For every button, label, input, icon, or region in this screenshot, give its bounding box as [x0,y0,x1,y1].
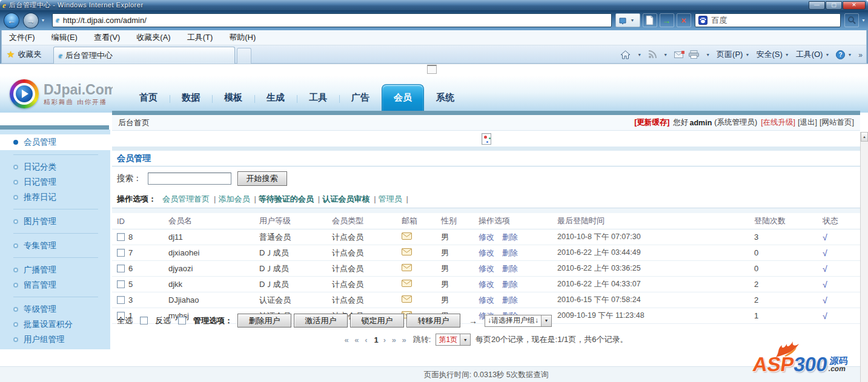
address-bar[interactable]: e http://t.djpai.com/admin/ [52,13,611,27]
rss-feed-icon[interactable] [648,50,657,59]
go-button[interactable]: → [660,13,674,27]
breadcrumb[interactable]: 后台首页 [118,117,150,128]
browser-tab[interactable]: e 后台管理中心 [53,47,235,64]
action-link[interactable]: 认证会员审核 [322,194,376,205]
sidebar-item[interactable]: 专集管理 [0,238,110,253]
overflow-chevron-icon[interactable] [858,49,863,60]
user-group-select[interactable]: ↓请选择用户组↓ [485,315,552,327]
page-menu-button[interactable]: 页面(P) ▼ [717,49,752,60]
delete-link[interactable]: 删除 [502,280,518,289]
envelope-icon[interactable] [402,248,412,255]
bulk-action-button[interactable]: 激活用户 [294,314,348,328]
nav-tab[interactable]: 会员 [382,84,424,113]
menu-item[interactable]: 编辑(E) [51,32,78,43]
nav-tab[interactable]: 生成 [254,92,297,113]
sidebar-item[interactable] [13,154,98,155]
site-logo[interactable]: DJpai.Com 精彩舞曲 由你开播 [10,79,113,108]
row-checkbox[interactable] [117,233,125,241]
new-tab-button[interactable] [237,48,251,64]
edit-link[interactable]: 修改 [479,280,494,289]
nav-tab[interactable]: 首页 [127,92,170,113]
forward-button[interactable]: → [23,13,39,28]
dropdown-arrow-icon[interactable] [460,334,470,345]
session-link[interactable]: [网站首页] [820,117,854,128]
favorites-button[interactable]: 收藏夹 [2,46,47,63]
menu-item[interactable]: 工具(T) [187,32,213,43]
envelope-icon[interactable] [402,280,412,287]
row-checkbox[interactable] [117,296,125,304]
resize-handle[interactable] [427,65,437,74]
minimize-button[interactable]: — [809,1,825,10]
update-cache-link[interactable]: [更新缓存] [634,117,669,128]
sidebar-item[interactable] [13,233,98,234]
delete-link[interactable]: 删除 [502,295,518,305]
print-icon[interactable] [689,50,699,59]
mail-icon[interactable] [674,51,684,59]
row-checkbox[interactable] [117,249,125,257]
nav-tab[interactable]: 广告 [339,92,382,113]
search-submit-button[interactable]: 开始搜索 [237,171,287,186]
compatibility-view-button[interactable]: ▼ [615,13,640,27]
bulk-action-button[interactable]: 锁定用户 [350,314,404,328]
invert-select-checkbox[interactable] [178,317,186,324]
chevron-down-icon[interactable]: ▼ [631,18,635,22]
action-link[interactable]: 等待验证的会员 [259,194,320,205]
sidebar-item[interactable]: 推荐日记 [0,189,110,205]
action-link[interactable]: 添加会员 [218,194,256,205]
menu-item[interactable]: 查看(V) [94,32,120,43]
back-button[interactable]: ← [4,13,19,28]
sidebar-item[interactable]: 会员管理 [0,134,110,150]
delete-link[interactable]: 删除 [502,232,518,242]
envelope-icon[interactable] [402,264,412,271]
member-search-input[interactable] [148,173,231,185]
delete-link[interactable]: 删除 [502,264,518,273]
home-icon[interactable] [620,50,631,59]
sidebar-item[interactable]: 留言管理 [0,277,110,292]
sidebar-item[interactable]: 日记分类 [0,159,110,174]
dropdown-arrow-icon[interactable] [541,315,551,326]
select-all-checkbox[interactable] [140,317,148,324]
row-checkbox[interactable] [117,280,125,288]
page-select[interactable]: 第1页 [436,334,471,346]
menu-item[interactable]: 帮助(H) [229,32,256,43]
action-link[interactable]: 会员管理首页 [162,194,216,205]
sidebar-item[interactable]: 等级管理 [0,301,110,317]
prev-page-arrows[interactable]: « « ‹ [345,335,369,344]
refresh-button[interactable] [643,13,657,27]
edit-link[interactable]: 修改 [479,248,494,257]
sidebar-item[interactable]: 日记管理 [0,174,110,189]
nav-tab[interactable]: 数据 [170,92,212,113]
safety-menu-button[interactable]: 安全(S) ▼ [756,49,791,60]
edit-link[interactable]: 修改 [479,264,494,273]
history-dropdown-icon[interactable]: ▼ [41,18,45,22]
sidebar-item[interactable]: 用户组管理 [0,332,110,347]
sidebar-item[interactable] [13,209,98,209]
sidebar-item[interactable] [13,257,98,258]
help-menu-button[interactable]: ? ▼ [836,50,854,59]
envelope-icon[interactable] [402,232,412,240]
print-dropdown-icon[interactable]: ▼ [706,53,710,57]
delete-link[interactable]: 删除 [502,248,518,257]
stop-button[interactable]: × [677,13,691,27]
scroll-up-arrow[interactable]: ▲ [861,132,868,142]
edit-link[interactable]: 修改 [479,295,494,305]
home-dropdown-icon[interactable]: ▼ [637,53,641,57]
maximize-button[interactable]: ▢ [826,1,842,10]
search-box[interactable]: 百度 [695,13,841,27]
search-options-dropdown-icon[interactable]: ▼ [861,18,866,22]
tools-menu-button[interactable]: 工具(O) ▼ [796,49,832,60]
sidebar-item[interactable]: 批量设置积分 [0,317,110,332]
sidebar-item[interactable] [13,297,98,297]
nav-tab[interactable]: 模板 [212,92,254,113]
action-link[interactable]: 管理员 [379,194,408,205]
close-button[interactable]: ✕ [843,1,866,10]
next-page-arrows[interactable]: › » » [383,335,408,344]
menu-item[interactable]: 收藏夹(A) [136,32,170,43]
session-link[interactable]: [在线升级] [761,117,795,128]
sidebar-item[interactable]: 图片管理 [0,214,110,229]
envelope-icon[interactable] [402,295,412,303]
rss-dropdown-icon[interactable]: ▼ [663,53,668,57]
nav-tab[interactable]: 系统 [424,92,466,113]
sidebar-item[interactable]: 广播管理 [0,262,110,277]
row-checkbox[interactable] [117,265,125,272]
